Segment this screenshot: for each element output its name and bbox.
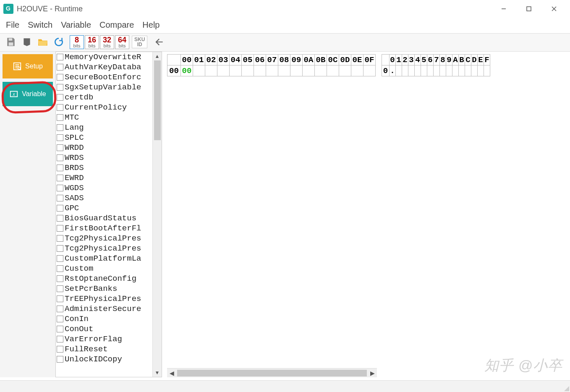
variable-row[interactable]: CurrentPolicy [56, 102, 152, 112]
menu-variable[interactable]: Variable [61, 20, 91, 30]
variable-checkbox[interactable] [57, 104, 63, 111]
ascii-cell[interactable] [440, 65, 446, 76]
variable-checkbox[interactable] [57, 185, 63, 191]
variable-checkbox[interactable] [57, 255, 63, 262]
ascii-cell[interactable] [446, 65, 452, 76]
scroll-down-arrow[interactable]: ▼ [153, 368, 162, 377]
variable-row[interactable]: RstOptaneConfig [56, 274, 152, 284]
variable-row[interactable]: BRDS [56, 163, 152, 173]
hex-cell[interactable] [327, 65, 339, 76]
back-button[interactable] [152, 35, 166, 49]
variable-row[interactable]: TrEEPhysicalPres [56, 294, 152, 304]
hex-cell[interactable] [230, 65, 242, 76]
bits-64-button[interactable]: 64 bits [115, 35, 129, 49]
hex-cell[interactable] [193, 65, 205, 76]
scroll-up-arrow[interactable]: ▲ [153, 52, 162, 60]
scroll-thumb[interactable] [154, 60, 161, 140]
menu-file[interactable]: File [6, 20, 19, 30]
ascii-cell[interactable] [484, 65, 490, 76]
hex-cell[interactable]: 00 [181, 65, 193, 76]
variable-checkbox[interactable] [57, 346, 63, 353]
variable-row[interactable]: VarErrorFlag [56, 334, 152, 344]
variable-row[interactable]: MemoryOverwriteR [56, 52, 152, 62]
maximize-button[interactable] [516, 1, 541, 16]
variable-row[interactable]: GPC [56, 203, 152, 213]
variable-checkbox[interactable] [57, 225, 63, 232]
variable-checkbox[interactable] [57, 306, 63, 312]
hex-cell[interactable] [205, 65, 217, 76]
variable-row[interactable]: ConIn [56, 314, 152, 324]
variable-row[interactable]: WRDS [56, 153, 152, 163]
bits-8-button[interactable]: 8 bits [70, 35, 84, 49]
variable-row[interactable]: Tcg2PhysicalPres [56, 243, 152, 253]
menu-compare[interactable]: Compare [99, 20, 134, 30]
hex-cell[interactable] [254, 65, 266, 76]
variable-row[interactable]: UnlockIDCopy [56, 354, 152, 364]
ascii-cell[interactable] [478, 65, 484, 76]
variable-list-scrollbar[interactable]: ▲ ▼ [152, 52, 162, 377]
ascii-cell[interactable] [415, 65, 421, 76]
variable-checkbox[interactable] [57, 245, 63, 252]
variable-checkbox[interactable] [57, 275, 63, 282]
variable-checkbox[interactable] [57, 84, 63, 91]
hex-cell[interactable] [339, 65, 351, 76]
hex-cell[interactable] [351, 65, 363, 76]
ascii-cell[interactable] [434, 65, 440, 76]
variable-checkbox[interactable] [57, 165, 63, 171]
bits-32-button[interactable]: 32 bits [100, 35, 114, 49]
ascii-cell[interactable] [421, 65, 427, 76]
variable-row[interactable]: CustomPlatformLa [56, 253, 152, 264]
variable-checkbox[interactable] [57, 134, 63, 141]
variable-row[interactable]: FullReset [56, 344, 152, 354]
variable-row[interactable]: Lang [56, 123, 152, 133]
ascii-cell[interactable]: . [390, 65, 396, 76]
variable-checkbox[interactable] [57, 124, 63, 131]
variable-row[interactable]: BiosGuardStatus [56, 213, 152, 223]
ascii-cell[interactable] [471, 65, 478, 76]
variable-row[interactable]: FirstBootAfterFl [56, 223, 152, 233]
close-button[interactable] [541, 1, 567, 16]
variable-checkbox[interactable] [57, 316, 63, 322]
save-button[interactable] [4, 35, 18, 49]
sku-id-button[interactable]: SKU ID [132, 36, 147, 48]
variable-checkbox[interactable] [57, 205, 63, 212]
ascii-table[interactable]: 0123456789ABCDEF 0. [382, 54, 490, 76]
open-folder-button[interactable] [36, 35, 50, 49]
ascii-cell[interactable] [396, 65, 402, 76]
variable-row[interactable]: SgxSetupVariable [56, 82, 152, 92]
variable-row[interactable]: Tcg2PhysicalPres [56, 233, 152, 243]
ascii-cell[interactable] [465, 65, 471, 76]
hex-table[interactable]: 000102030405060708090A0B0C0D0E0F 0000 [167, 54, 376, 76]
side-tab-variable[interactable]: x Variable [3, 82, 53, 106]
variable-row[interactable]: SecureBootEnforc [56, 72, 152, 82]
minimize-button[interactable] [491, 1, 516, 16]
variable-row[interactable]: WRDD [56, 143, 152, 153]
variable-row[interactable]: Custom [56, 264, 152, 274]
bits-16-button[interactable]: 16 bits [85, 35, 99, 49]
variable-checkbox[interactable] [57, 154, 63, 161]
menu-help[interactable]: Help [142, 20, 159, 30]
variable-checkbox[interactable] [57, 54, 63, 60]
side-tab-setup[interactable]: Setup [3, 54, 53, 78]
ascii-cell[interactable] [408, 65, 415, 76]
hex-cell[interactable] [303, 65, 315, 76]
variable-row[interactable]: certdb [56, 92, 152, 102]
variable-row[interactable]: EWRD [56, 173, 152, 183]
resize-grip[interactable] [562, 384, 569, 391]
variable-row[interactable]: SADS [56, 193, 152, 203]
hscroll-left-arrow[interactable]: ◀ [167, 370, 176, 376]
variable-row[interactable]: SetPcrBanks [56, 284, 152, 294]
ascii-cell[interactable] [459, 65, 465, 76]
hex-horizontal-scrollbar[interactable]: ◀ ▶ [167, 368, 377, 377]
hex-cell[interactable] [217, 65, 230, 76]
variable-checkbox[interactable] [57, 195, 63, 201]
variable-checkbox[interactable] [57, 356, 63, 363]
variable-row[interactable]: SPLC [56, 133, 152, 143]
variable-row[interactable]: ConOut [56, 324, 152, 334]
hscroll-thumb[interactable] [177, 370, 367, 376]
variable-checkbox[interactable] [57, 144, 63, 151]
ascii-cell[interactable] [427, 65, 434, 76]
hex-cell[interactable] [290, 65, 303, 76]
variable-checkbox[interactable] [57, 295, 63, 302]
hex-cell[interactable] [315, 65, 327, 76]
